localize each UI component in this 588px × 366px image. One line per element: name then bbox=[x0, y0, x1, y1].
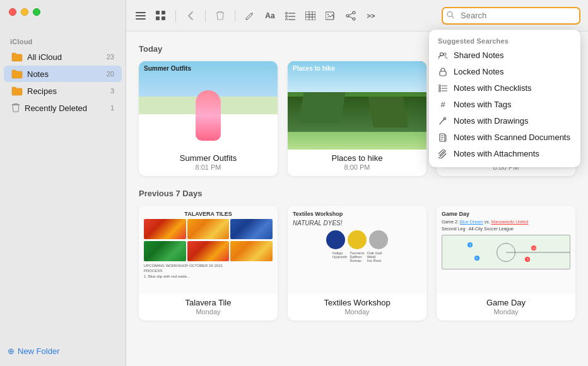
sidebar-item-notes[interactable]: Notes 20 bbox=[4, 66, 122, 82]
dropdown-item-notes-attachments[interactable]: Notes with Attachments bbox=[429, 146, 580, 162]
svg-rect-1 bbox=[136, 15, 146, 16]
note-card-time: 8:01 PM bbox=[145, 163, 271, 171]
note-card-title: Textiles Workshop bbox=[294, 298, 420, 307]
sidebar-footer: ⊕ New Folder bbox=[0, 340, 126, 366]
svg-point-9 bbox=[286, 15, 288, 17]
dropdown-item-shared-notes[interactable]: Shared Notes bbox=[429, 47, 580, 64]
talavera-tiles-row2 bbox=[144, 241, 273, 261]
sidebar-section-header: iCloud bbox=[0, 33, 126, 48]
media-button[interactable] bbox=[324, 9, 338, 23]
sidebar-item-badge: 23 bbox=[107, 53, 114, 61]
svg-point-21 bbox=[346, 15, 349, 17]
svg-rect-29 bbox=[440, 71, 446, 76]
tile-5 bbox=[187, 241, 230, 261]
sidebar-item-recipes[interactable]: Recipes 3 bbox=[4, 83, 122, 99]
dropdown-item-notes-drawings[interactable]: Notes with Drawings bbox=[429, 113, 580, 129]
close-button[interactable] bbox=[9, 8, 16, 16]
note-card-info: Places to hike 8:00 PM bbox=[288, 150, 426, 176]
search-dropdown: Suggested Searches Shared Notes bbox=[429, 30, 580, 167]
tile-3 bbox=[230, 219, 273, 239]
attachment-icon bbox=[438, 149, 448, 159]
plus-icon: ⊕ bbox=[8, 346, 15, 356]
note-thumbnail: Places to hike bbox=[288, 61, 426, 150]
share-button[interactable] bbox=[344, 9, 358, 23]
dropdown-item-label: Notes with Attachments bbox=[454, 149, 539, 158]
new-folder-button[interactable]: ⊕ New Folder bbox=[8, 346, 118, 356]
svg-rect-6 bbox=[162, 16, 165, 20]
search-container: Suggested Searches Shared Notes bbox=[442, 7, 580, 25]
color-circle-gray bbox=[369, 230, 388, 249]
svg-point-22 bbox=[353, 18, 355, 20]
sidebar-item-label: Recently Deleted bbox=[25, 103, 110, 113]
note-card-textiles-workshop[interactable]: Textiles Workshop NATURAL DYES! IndigoHy… bbox=[288, 206, 426, 321]
section-title-prev7days: Previous 7 Days bbox=[139, 189, 575, 198]
tile-6 bbox=[230, 241, 273, 261]
note-card-title-overlay: Summer Outfits bbox=[144, 65, 191, 72]
checklist-button[interactable] bbox=[283, 9, 297, 23]
talavera-tiles bbox=[144, 219, 273, 239]
talavera-text: UPCOMING WORKSHOP OCTOBER 26 2021PROCESS… bbox=[144, 263, 273, 279]
svg-line-24 bbox=[349, 16, 353, 18]
svg-point-7 bbox=[286, 12, 288, 14]
toolbar: Aa bbox=[126, 0, 588, 32]
svg-point-11 bbox=[286, 18, 288, 20]
dropdown-item-label: Shared Notes bbox=[454, 50, 504, 60]
sidebar-item-badge: 1 bbox=[110, 104, 114, 112]
drawing-icon bbox=[438, 116, 448, 126]
svg-point-20 bbox=[353, 11, 355, 14]
note-card-title: Talavera Tile bbox=[145, 298, 271, 307]
note-card-title-overlay: Places to hike bbox=[293, 65, 335, 72]
compose-button[interactable] bbox=[243, 9, 257, 23]
note-card-time: Monday bbox=[145, 308, 271, 316]
search-icon bbox=[447, 11, 454, 20]
sidebar-item-badge: 20 bbox=[107, 70, 114, 78]
tile-4 bbox=[144, 241, 186, 261]
tag-icon: # bbox=[438, 100, 448, 110]
shared-notes-icon bbox=[438, 50, 448, 61]
sidebar-item-label: All iCloud bbox=[27, 52, 107, 62]
note-card-title: Game Day bbox=[443, 298, 569, 307]
toolbar-separator bbox=[205, 10, 206, 21]
svg-point-25 bbox=[447, 11, 452, 16]
svg-point-30 bbox=[439, 85, 441, 86]
note-card-summer-outfits[interactable]: Summer Outfits Summer Outfits 8:01 PM bbox=[139, 61, 278, 176]
note-card-talavera-tile[interactable]: TALAVERA TILES UPCOMING WORKSHOP OCTOBER… bbox=[139, 206, 278, 321]
note-card-places-to-hike[interactable]: Places to hike Places to hike 8:00 PM bbox=[288, 61, 426, 176]
sidebar: iCloud All iCloud 23 Notes 20 bbox=[0, 0, 126, 366]
back-button[interactable] bbox=[184, 9, 197, 23]
notes-grid-prev7days: TALAVERA TILES UPCOMING WORKSHOP OCTOBER… bbox=[139, 206, 575, 321]
tile-2 bbox=[187, 219, 230, 239]
overflow-button[interactable]: >> bbox=[364, 9, 378, 23]
dropdown-item-label: Notes with Drawings bbox=[454, 116, 529, 126]
sidebar-item-badge: 3 bbox=[110, 87, 114, 95]
grid-view-button[interactable] bbox=[154, 9, 168, 23]
dropdown-item-notes-checklists[interactable]: Notes with Checklists bbox=[429, 80, 580, 97]
note-card-info: Talavera Tile Monday bbox=[139, 294, 278, 321]
note-thumbnail: Game Day Game 2: Blue Dream vs. Manzaned… bbox=[437, 206, 575, 294]
svg-rect-2 bbox=[136, 18, 146, 20]
color-circle-yellow bbox=[348, 230, 367, 249]
search-input[interactable] bbox=[442, 7, 580, 25]
dropdown-item-label: Notes with Checklists bbox=[454, 83, 532, 93]
note-thumbnail: Textiles Workshop NATURAL DYES! IndigoHy… bbox=[288, 206, 426, 294]
zoom-button[interactable] bbox=[33, 8, 40, 16]
dropdown-item-notes-tags[interactable]: # Notes with Tags bbox=[429, 97, 580, 113]
sidebar-item-all-icloud[interactable]: All iCloud 23 bbox=[4, 49, 122, 65]
note-card-time: 8:00 PM bbox=[294, 163, 420, 171]
sidebar-item-recently-deleted[interactable]: Recently Deleted 1 bbox=[4, 100, 122, 116]
list-view-button[interactable] bbox=[134, 9, 148, 23]
dropdown-item-label: Notes with Scanned Documents bbox=[454, 133, 570, 142]
color-labels: IndigoHyacinth TurmericSaffronSumac Oak … bbox=[293, 251, 421, 263]
delete-button[interactable] bbox=[213, 9, 227, 23]
color-circle-blue bbox=[326, 230, 345, 249]
note-card-game-day[interactable]: Game Day Game 2: Blue Dream vs. Manzaned… bbox=[437, 206, 575, 321]
dropdown-item-locked-notes[interactable]: Locked Notes bbox=[429, 64, 580, 80]
note-card-title: Summer Outfits bbox=[145, 153, 271, 163]
table-button[interactable] bbox=[303, 9, 317, 23]
dropdown-item-label: Locked Notes bbox=[454, 67, 504, 76]
svg-line-26 bbox=[452, 16, 454, 18]
textiles-subtitle: NATURAL DYES! bbox=[293, 220, 421, 227]
format-button[interactable]: Aa bbox=[263, 9, 277, 23]
minimize-button[interactable] bbox=[21, 8, 28, 16]
dropdown-item-notes-scanned[interactable]: Notes with Scanned Documents bbox=[429, 129, 580, 146]
